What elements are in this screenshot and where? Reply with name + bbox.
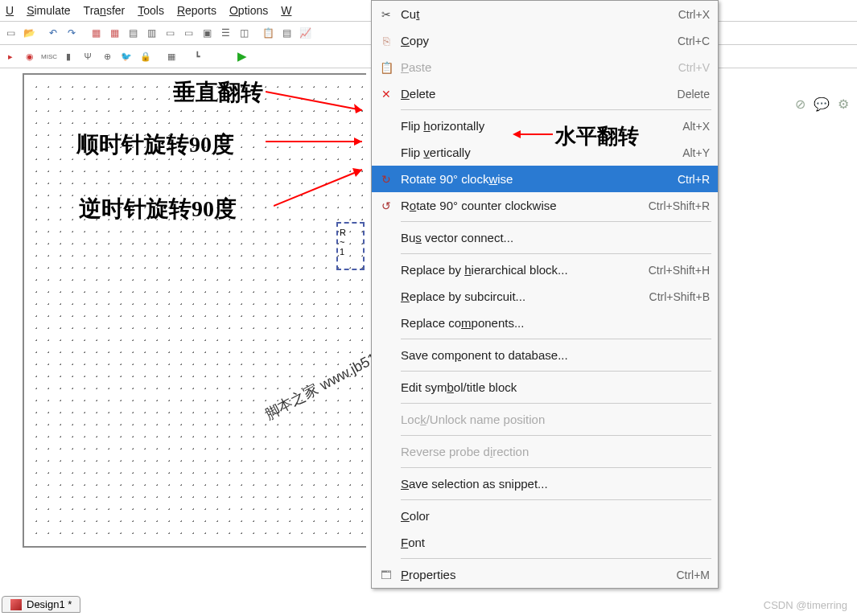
tab-design1[interactable]: Design1 * <box>2 596 80 613</box>
menu-reverse-probe: Reverse probe direction <box>372 438 718 465</box>
menu-font[interactable]: Font <box>372 529 718 556</box>
chart-icon[interactable]: 📈 <box>296 24 314 42</box>
menu-u[interactable]: U <box>0 2 19 18</box>
list-icon[interactable]: ☰ <box>216 24 234 42</box>
menu-flip-h-label: Flip horizontally <box>401 119 682 133</box>
menu-flip-v-label: Flip vertically <box>401 146 682 159</box>
separator <box>401 339 711 339</box>
new-icon[interactable]: ▭ <box>2 24 19 42</box>
chat-icon[interactable]: 💬 <box>814 97 830 112</box>
menu-delete-shortcut: Delete <box>678 88 710 101</box>
menu-options[interactable]: Options <box>224 2 274 18</box>
menu-copy-shortcut: Ctrl+C <box>678 35 710 47</box>
run-icon[interactable]: ▶ <box>233 47 251 65</box>
panel2-icon[interactable]: ▭ <box>179 24 197 42</box>
separator <box>401 467 711 468</box>
menu-properties[interactable]: 🗔PropertiesCtrl+M <box>372 561 718 588</box>
menu-replace-sub-shortcut: Ctrl+Shift+B <box>649 290 710 303</box>
menu-rotate-cw-icon: ↻ <box>372 173 401 186</box>
panel-icon[interactable]: ▭ <box>161 24 179 42</box>
context-menu: ✂CutCtrl+X⎘CopyCtrl+C📋PasteCtrl+V✕Delete… <box>371 0 719 589</box>
window-icon[interactable]: ▣ <box>198 24 216 42</box>
right-status-icons: ⊘ 💬 ⚙ <box>795 97 849 112</box>
tab-bar: Design1 * <box>2 596 80 613</box>
menu-save-snippet[interactable]: Save selection as snippet... <box>372 470 718 497</box>
misc-icon[interactable]: MISC <box>40 47 58 65</box>
menu-copy[interactable]: ⎘CopyCtrl+C <box>372 27 718 54</box>
menu-lock: Lock/Unlock name position <box>372 406 718 433</box>
menu-edit-symbol-label: Edit symbol/title block <box>401 380 710 394</box>
separator <box>401 371 711 372</box>
wire-icon[interactable]: ┗ <box>188 47 206 65</box>
menu-cut[interactable]: ✂CutCtrl+X <box>372 1 718 27</box>
separator <box>401 499 711 500</box>
menu-font-label: Font <box>401 536 710 549</box>
separator <box>401 558 711 559</box>
menu-delete-icon: ✕ <box>372 88 401 101</box>
menu-copy-icon: ⎘ <box>372 35 401 47</box>
menu-delete-label: Delete <box>401 87 678 101</box>
menu-flip-v-shortcut: Alt+Y <box>682 146 710 159</box>
check-icon[interactable]: ⊘ <box>795 97 805 112</box>
menu-paste-label: Paste <box>401 60 678 74</box>
menu-paste-shortcut: Ctrl+V <box>678 61 710 74</box>
menu-replace-comp-label: Replace components... <box>401 316 710 330</box>
menu-rotate-cw[interactable]: ↻Rotate 90° clockwiseCtrl+R <box>372 166 718 192</box>
menu-reports[interactable]: Reports <box>171 2 222 18</box>
menu-properties-label: Properties <box>401 568 676 581</box>
gear-icon[interactable]: ⚙ <box>838 97 849 112</box>
menu-reverse-probe-label: Reverse probe direction <box>401 445 710 458</box>
led-icon[interactable]: ◉ <box>21 47 39 65</box>
undo-icon[interactable]: ↶ <box>44 24 62 42</box>
menu-flip-v[interactable]: Flip verticallyAlt+Y <box>372 139 718 166</box>
menu-flip-h[interactable]: Flip horizontallyAlt+X <box>372 113 718 139</box>
menu-replace-sub[interactable]: Replace by subcircuit...Ctrl+Shift+B <box>372 283 718 310</box>
separator <box>401 435 711 436</box>
menu-replace-comp[interactable]: Replace components... <box>372 310 718 336</box>
comp-icon[interactable]: ▤ <box>278 24 295 42</box>
grid2-icon[interactable]: ▦ <box>105 24 123 42</box>
layers-icon[interactable]: ◫ <box>235 24 253 42</box>
menu-transfer[interactable]: Transfer <box>78 2 131 18</box>
diode-icon[interactable]: ▸ <box>2 47 19 65</box>
grid-icon[interactable]: ▦ <box>87 24 105 42</box>
menu-color[interactable]: Color <box>372 503 718 529</box>
menu-cut-label: Cut <box>401 7 678 21</box>
menu-tools[interactable]: Tools <box>132 2 170 18</box>
props-icon[interactable]: 📋 <box>259 24 277 42</box>
menu-bus-vector[interactable]: Bus vector connect... <box>372 224 718 251</box>
tab-label: Design1 * <box>27 598 72 610</box>
menu-lock-label: Lock/Unlock name position <box>401 413 710 426</box>
selected-component[interactable]: R ~ 1 <box>336 222 365 270</box>
antenna-icon[interactable]: Ψ <box>79 47 97 65</box>
menu-color-label: Color <box>401 509 710 523</box>
annot-cw: 顺时针旋转90度 <box>76 129 234 160</box>
menu-paste: 📋PasteCtrl+V <box>372 54 718 80</box>
menu-simulate[interactable]: Simulate <box>21 2 76 18</box>
menu-delete[interactable]: ✕DeleteDelete <box>372 80 718 107</box>
open-icon[interactable]: 📂 <box>20 24 38 42</box>
menu-w[interactable]: W <box>275 2 297 18</box>
net-icon[interactable]: ▦ <box>163 47 180 65</box>
menu-rotate-ccw-label: Rotate 90° counter clockwise <box>401 199 649 212</box>
menu-paste-icon: 📋 <box>372 61 401 74</box>
chip-icon[interactable]: ▮ <box>60 47 77 65</box>
redo-icon[interactable]: ↷ <box>63 24 80 42</box>
menu-cut-shortcut: Ctrl+X <box>678 8 710 21</box>
menu-rotate-ccw[interactable]: ↺Rotate 90° counter clockwiseCtrl+Shift+… <box>372 192 718 219</box>
menu-replace-hier[interactable]: Replace by hierarchical block...Ctrl+Shi… <box>372 257 718 283</box>
separator <box>401 221 711 222</box>
menu-properties-shortcut: Ctrl+M <box>676 569 710 581</box>
bird-icon[interactable]: 🐦 <box>117 47 135 65</box>
table2-icon[interactable]: ▥ <box>142 24 160 42</box>
table-icon[interactable]: ▤ <box>124 24 142 42</box>
menu-save-comp[interactable]: Save component to database... <box>372 342 718 368</box>
annot-vflip: 垂直翻转 <box>173 77 263 108</box>
menu-rotate-cw-shortcut: Ctrl+R <box>678 173 710 186</box>
menu-replace-hier-shortcut: Ctrl+Shift+H <box>649 264 710 277</box>
footer-credit: CSDN @timerring <box>764 599 847 611</box>
connector-icon[interactable]: ⊕ <box>98 47 116 65</box>
lock-icon[interactable]: 🔒 <box>137 47 155 65</box>
menu-bus-vector-label: Bus vector connect... <box>401 231 710 244</box>
menu-edit-symbol[interactable]: Edit symbol/title block <box>372 374 718 400</box>
